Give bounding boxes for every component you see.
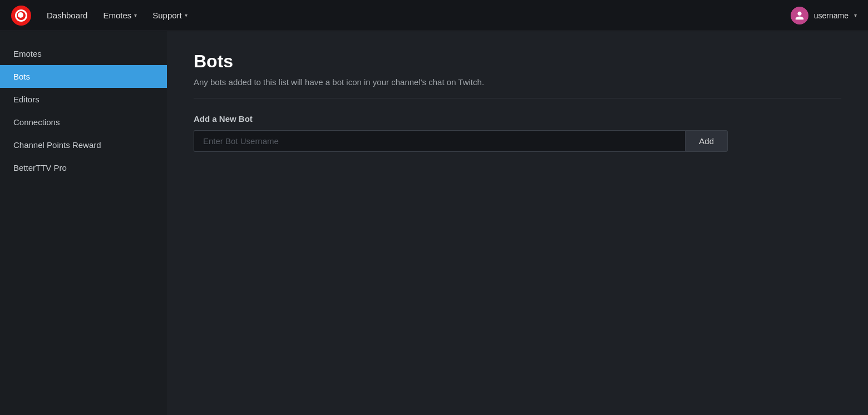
topnav-right: username ▾ [791,7,857,24]
sidebar-item-emotes[interactable]: Emotes [0,42,167,65]
add-bot-label: Add a New Bot [194,114,841,123]
sidebar-item-channel-points-reward[interactable]: Channel Points Reward [0,134,167,156]
topnav-left: Dashboard Emotes ▾ Support ▾ [11,6,188,26]
logo[interactable] [11,6,31,26]
sidebar-item-connections[interactable]: Connections [0,111,167,134]
avatar [791,7,808,24]
page-title: Bots [194,51,841,72]
support-chevron-icon: ▾ [185,12,188,18]
sidebar-item-betterttv-pro[interactable]: BetterTTV Pro [0,156,167,179]
bot-username-input[interactable] [194,130,685,152]
logo-icon [15,9,27,22]
nav-dashboard[interactable]: Dashboard [47,11,87,20]
username-label: username [814,11,849,20]
user-icon [795,11,805,21]
page-description: Any bots added to this list will have a … [194,77,841,87]
sidebar-item-bots[interactable]: Bots [0,65,167,88]
sidebar-item-editors[interactable]: Editors [0,88,167,111]
main-layout: Emotes Bots Editors Connections Channel … [0,31,868,415]
sidebar: Emotes Bots Editors Connections Channel … [0,31,167,415]
emotes-chevron-icon: ▾ [134,12,137,18]
add-bot-row: Add [194,130,728,152]
main-content: Bots Any bots added to this list will ha… [167,31,868,415]
nav-emotes[interactable]: Emotes ▾ [103,11,137,20]
topnav: Dashboard Emotes ▾ Support ▾ username ▾ [0,0,868,31]
divider [194,98,841,98]
user-chevron-icon: ▾ [854,12,857,18]
add-bot-button[interactable]: Add [685,130,728,152]
nav-support[interactable]: Support ▾ [152,11,188,20]
